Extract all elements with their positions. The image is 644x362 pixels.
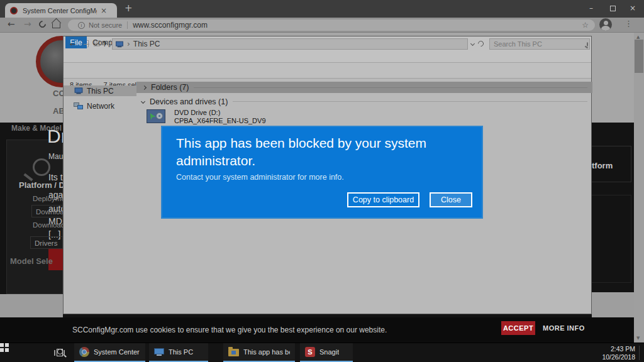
taskbar-app-label: System Center Con... [94,348,140,356]
home-icon-base [52,23,60,28]
cookie-accept-button[interactable]: ACCEPT [501,321,535,335]
address-divider [127,21,128,29]
explorer-ribbon-tabs: File Computer View ? [64,50,591,63]
taskbar-app-label: Snagit [319,348,339,356]
back-icon[interactable]: ← [8,19,15,29]
taskbar-app-label: This app has been ... [243,348,290,356]
task-view-button[interactable] [54,349,65,356]
taskbar-app-label: This PC [169,348,193,356]
browser-minimize-button[interactable]: – [581,0,601,16]
this-pc-icon [116,41,123,47]
explorer-search-box[interactable] [489,38,590,50]
group-header-devices[interactable]: Devices and drives (1) [136,96,592,107]
group-divider [194,87,587,88]
dvd-drive-icon: ➤ [147,109,165,124]
browser-maximize-button[interactable] [602,0,623,16]
explorer-address-bar[interactable]: › This PC [112,38,468,50]
taskbar-search-button[interactable] [25,343,47,362]
task-view-icon [54,350,55,356]
start-button[interactable] [0,343,25,362]
sidebar-item-network[interactable]: Network [64,101,136,111]
magnifier-illustration-icon [33,158,50,176]
group-divider [233,101,587,102]
taskbar-app-snagit[interactable]: S Snagit [300,343,353,362]
url-text[interactable]: www.scconfigmgr.com [133,21,208,30]
tab-close-icon[interactable]: × [101,6,107,15]
cookie-consent-bar: SCConfigMgr.com use cookies to ensure th… [0,317,634,343]
dialog-message: Contact your system administrator for mo… [176,173,344,182]
tool-download-label[interactable]: Download [33,221,65,229]
cookie-more-info-link[interactable]: MORE INFO [543,324,585,332]
dvd-drive-name: DVD Drive (D:) [174,109,266,117]
taskbar-app-blocked-dialog[interactable]: This app has been ... [223,343,295,362]
page-footer-band [0,294,63,317]
new-tab-button[interactable]: + [125,3,133,14]
breadcrumb[interactable]: This PC [133,40,160,48]
dvd-drive-item[interactable]: ➤ DVD Drive (D:) CPBA_X64FRE_EN-US_DV9 [147,109,266,125]
maximize-icon [610,6,616,11]
browser-scrollbar[interactable]: ▲ ▼ [634,33,644,343]
explorer-up-icon[interactable]: ↑ [101,40,108,48]
tab-favicon-icon [10,7,18,14]
article-author: Mau [48,152,63,161]
reload-icon[interactable] [38,19,48,30]
taskbar-app-this-pc[interactable]: This PC [149,343,208,362]
show-desktop-divider[interactable] [639,346,640,360]
tool-model-select-label: Model Sele [10,256,53,266]
taskbar: System Center Con... This PC This app ha… [0,343,644,362]
bookmark-star-icon[interactable]: ☆ [582,21,589,30]
cookie-message: SCConfigMgr.com use cookies to ensure th… [72,326,387,334]
explorer-back-icon[interactable]: ← [70,40,76,48]
group-expanded-icon[interactable] [141,99,145,104]
security-label: Not secure [89,21,122,29]
smartscreen-dialog: This app has been blocked by your system… [161,126,483,219]
forward-icon[interactable]: → [24,19,31,29]
page-footer-band [592,292,634,317]
breadcrumb-separator-icon: › [127,40,130,48]
network-icon [74,102,83,110]
scrollbar-thumb[interactable] [635,40,643,73]
task-view-icon [64,350,65,356]
dvd-drive-label: CPBA_X64FRE_EN-US_DV9 [174,117,266,125]
sidebar-item-label: Network [87,102,114,111]
taskbar-app-chrome[interactable]: System Center Con... [74,343,145,362]
folder-icon [228,349,239,356]
clock-date: 10/26/2018 [591,353,635,361]
search-input[interactable] [490,40,587,48]
desktop-screen: CO AB Make & Model S Dr Mau Its t aga au… [0,0,644,362]
task-view-icon [57,349,63,356]
page-right-fragment: tform [592,161,613,170]
browser-menu-icon[interactable]: ⋮ [625,19,633,28]
clock-time: 2:43 PM [591,345,635,353]
sidebar-item-this-pc[interactable]: This PC [64,85,136,96]
browser-tab[interactable]: System Center ConfigMgr × [5,3,117,18]
explorer-navbar: ← → ↑ › This PC [64,63,591,78]
group-label: Folders (7) [151,83,189,92]
page-info-icon[interactable]: i [78,22,85,29]
tool-drivers-label[interactable]: Drivers [35,239,57,247]
dialog-title: This app has been blocked by your system… [176,134,467,170]
this-pc-icon [154,348,164,356]
copy-to-clipboard-button[interactable]: Copy to clipboard [347,192,419,207]
profile-avatar[interactable] [599,18,612,31]
chrome-icon [79,347,89,357]
group-header-folders[interactable]: Folders (7) [136,82,592,93]
group-collapsed-icon[interactable] [142,85,147,89]
taskbar-clock[interactable]: 2:43 PM 10/26/2018 [591,345,635,361]
address-bar[interactable]: i Not secure www.scconfigmgr.com ☆ [68,19,595,31]
scroll-up-icon[interactable]: ▲ [636,35,640,40]
tab-title: System Center ConfigMgr [23,7,97,14]
snagit-icon: S [305,347,315,357]
close-button[interactable]: Close [430,192,472,207]
explorer-forward-icon[interactable]: → [83,40,89,48]
avatar-head [604,21,608,25]
search-icon[interactable] [587,42,588,47]
this-pc-icon [75,88,83,94]
tool-deployment-label: Deployme [33,195,65,202]
sidebar-item-label: This PC [87,87,114,96]
browser-tab-strip: System Center ConfigMgr × + – × [0,0,644,18]
group-label: Devices and drives (1) [150,97,228,106]
windows-logo-icon [0,343,9,352]
scroll-down-icon[interactable]: ▼ [636,336,640,341]
browser-close-button[interactable]: × [623,0,643,16]
